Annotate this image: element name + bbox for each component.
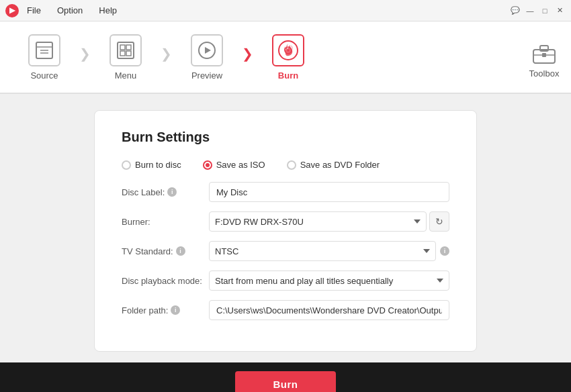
nav-bar: Source ❯ Menu ❯ [0,21,571,94]
app-logo: ▶ [5,4,19,17]
burn-icon [276,38,300,62]
disc-label-label: Disc Label: i [122,187,209,197]
menu-icon [115,40,136,61]
tv-standard-row: TV Standard: i NTSC PAL i [122,241,449,261]
disc-playback-select[interactable]: Start from menu and play all titles sequ… [209,271,449,291]
menu-label: Menu [115,70,137,81]
title-bar: ▶ File Option Help 💬 — □ ✕ [0,0,571,21]
radio-save-as-dvd-folder[interactable]: Save as DVD Folder [287,160,380,170]
radio-burn-to-disc-label: Burn to disc [135,160,181,170]
svg-rect-5 [120,45,125,50]
disc-label-info-icon[interactable]: i [167,187,177,197]
burner-select[interactable]: F:DVD RW DRX-S70U [209,211,427,232]
disc-label-text: Disc Label: [122,187,165,197]
arrow-1: ❯ [78,46,92,62]
preview-icon-wrap [191,34,223,66]
disc-label-row: Disc Label: i [122,182,449,202]
svg-marker-10 [205,47,211,54]
nav-toolbox[interactable]: Toolbox [528,36,560,79]
folder-path-info-icon[interactable]: i [171,305,180,315]
disc-playback-text: Disc playback mode: [122,276,202,286]
radio-save-as-dvd-folder-label: Save as DVD Folder [300,160,380,170]
nav-items: Source ❯ Menu ❯ [11,27,528,87]
chat-button[interactable]: 💬 [509,5,521,17]
svg-rect-7 [120,51,125,56]
radio-burn-to-disc-circle [122,160,131,170]
toolbox-icon [531,40,558,64]
tv-standard-group: NTSC PAL i [209,241,449,261]
disc-playback-label: Disc playback mode: [122,276,209,286]
tv-standard-info-icon[interactable]: i [176,246,185,256]
burn-button[interactable]: Burn [235,371,336,392]
folder-path-row: Folder path: i [122,300,449,320]
radio-row: Burn to disc Save as ISO Save as DVD Fol… [122,160,449,170]
radio-save-as-iso[interactable]: Save as ISO [203,160,265,170]
burner-refresh-button[interactable]: ↻ [429,211,449,232]
menu-bar: File Option Help [24,4,509,17]
nav-burn[interactable]: Burn [255,27,322,87]
preview-icon [196,40,218,61]
tv-standard-select[interactable]: NTSC PAL [209,241,436,261]
arrow-3: ❯ [240,46,255,62]
burn-icon-wrap [272,34,304,66]
arrow-2: ❯ [159,46,173,62]
folder-path-input[interactable] [209,300,449,320]
svg-rect-17 [542,53,546,57]
burn-label: Burn [278,70,298,81]
source-icon-wrap [28,34,60,66]
menu-option[interactable]: Option [54,4,85,17]
nav-menu[interactable]: Menu [92,27,159,87]
preview-label: Preview [191,70,222,81]
card-title: Burn Settings [122,130,449,145]
burn-bar: Burn [0,362,571,392]
source-label: Source [30,70,58,81]
toolbox-label: Toolbox [529,68,560,79]
source-icon [34,40,55,61]
menu-help[interactable]: Help [96,4,120,17]
folder-path-text: Folder path: [122,305,168,315]
nav-source[interactable]: Source [11,27,78,87]
menu-file[interactable]: File [24,4,44,17]
close-button[interactable]: ✕ [554,5,566,17]
folder-path-label: Folder path: i [122,305,209,315]
nav-preview[interactable]: Preview [173,27,240,87]
burner-row: Burner: F:DVD RW DRX-S70U ↻ [122,211,449,232]
minimize-button[interactable]: — [524,5,536,17]
tv-standard-label: TV Standard: i [122,246,209,256]
window-controls: 💬 — □ ✕ [509,5,566,17]
radio-burn-to-disc[interactable]: Burn to disc [122,160,181,170]
maximize-button[interactable]: □ [539,5,551,17]
radio-save-as-dvd-folder-circle [287,160,296,170]
burner-label-text: Burner: [122,217,150,227]
main-content: Burn Settings Burn to disc Save as ISO S… [0,94,571,362]
radio-save-as-iso-label: Save as ISO [216,160,265,170]
toolbox-icon-wrap [528,36,560,68]
tv-standard-extra-info[interactable]: i [440,246,449,256]
burner-label: Burner: [122,217,209,227]
svg-rect-8 [126,51,131,56]
burner-input-group: F:DVD RW DRX-S70U ↻ [209,211,449,232]
burn-settings-card: Burn Settings Burn to disc Save as ISO S… [94,110,477,352]
disc-playback-row: Disc playback mode: Start from menu and … [122,271,449,291]
radio-save-as-iso-circle [203,160,212,170]
disc-label-input[interactable] [209,182,449,202]
menu-icon-wrap [109,34,142,66]
svg-rect-6 [126,45,131,50]
tv-standard-text: TV Standard: [122,246,173,256]
